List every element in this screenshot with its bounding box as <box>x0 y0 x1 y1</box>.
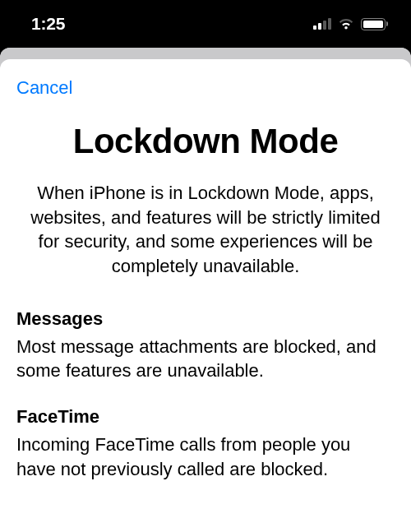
status-time: 1:25 <box>31 14 65 34</box>
section-title: Messages <box>16 308 395 330</box>
status-icons <box>313 17 388 30</box>
battery-icon <box>361 18 388 30</box>
sheet-header: Cancel <box>0 59 411 112</box>
cellular-signal-icon <box>313 18 331 30</box>
modal-sheet: Cancel Lockdown Mode When iPhone is in L… <box>0 59 411 532</box>
section-title: FaceTime <box>16 406 395 428</box>
section-facetime: FaceTime Incoming FaceTime calls from pe… <box>16 406 395 481</box>
section-messages: Messages Most message attachments are bl… <box>16 308 395 383</box>
wifi-icon <box>337 17 355 30</box>
sheet-backdrop: Cancel Lockdown Mode When iPhone is in L… <box>0 48 411 532</box>
sheet-drag-indicator[interactable] <box>0 48 411 59</box>
status-bar: 1:25 <box>0 0 411 48</box>
page-title: Lockdown Mode <box>16 122 395 161</box>
intro-text: When iPhone is in Lockdown Mode, apps, w… <box>16 181 395 279</box>
section-body: Most message attachments are blocked, an… <box>16 335 395 383</box>
sheet-content: Lockdown Mode When iPhone is in Lockdown… <box>0 112 411 505</box>
cancel-button[interactable]: Cancel <box>16 77 72 99</box>
section-body: Incoming FaceTime calls from people you … <box>16 433 395 481</box>
